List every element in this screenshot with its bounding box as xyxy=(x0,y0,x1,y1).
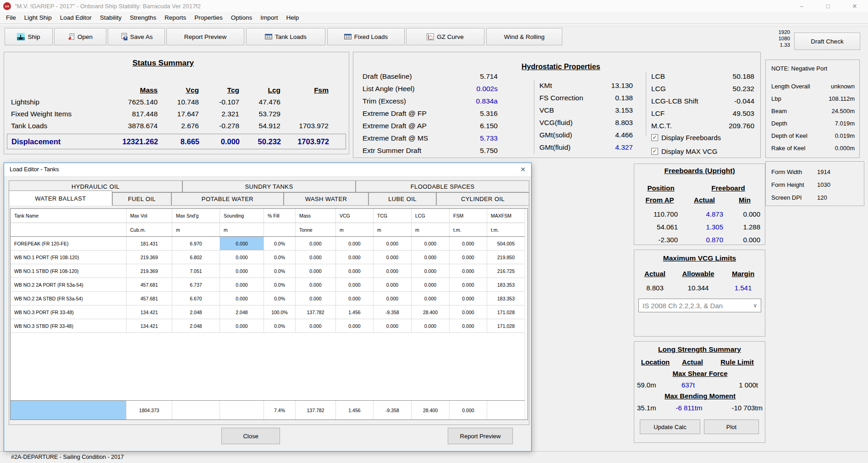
table-cell[interactable]: 0.000 xyxy=(296,251,336,264)
update-calc-button[interactable]: Update Calc xyxy=(640,419,700,434)
table-cell[interactable]: 0.000 xyxy=(412,251,450,264)
table-cell[interactable]: 1.456 xyxy=(336,305,374,319)
table-cell[interactable]: 0.000 xyxy=(296,278,336,291)
table-cell[interactable]: 0.0% xyxy=(264,237,296,250)
table-cell[interactable]: 0.000 xyxy=(336,292,374,305)
checkbox-icon[interactable] xyxy=(651,134,658,141)
table-cell[interactable]: -9.358 xyxy=(374,401,412,419)
table-cell[interactable]: 0.000 xyxy=(220,237,264,250)
scrollbar-strip[interactable] xyxy=(525,209,527,419)
checkbox-icon[interactable] xyxy=(651,148,658,155)
ship-button[interactable]: Ship xyxy=(5,28,53,45)
table-cell[interactable]: FOREPEAK (FR 120-FE) xyxy=(11,237,126,250)
table-cell[interactable] xyxy=(487,401,525,419)
close-icon[interactable]: ✕ xyxy=(841,0,868,12)
table-cell[interactable]: 0.000 xyxy=(336,278,374,291)
checkbox-row[interactable]: Display Freeboards xyxy=(651,131,754,144)
wind-rolling-button[interactable]: Wind & Rolling xyxy=(486,28,562,45)
table-cell[interactable]: 457.681 xyxy=(126,278,172,291)
table-cell[interactable]: 0.0% xyxy=(264,264,296,278)
table-cell[interactable]: 0.000 xyxy=(412,264,450,278)
maximize-icon[interactable]: □ xyxy=(815,0,841,12)
table-cell[interactable]: 2.048 xyxy=(172,305,220,319)
table-cell[interactable]: 6.802 xyxy=(172,251,220,264)
table-cell[interactable]: 0.000 xyxy=(296,319,336,332)
tank-loads-button[interactable]: Tank Loads xyxy=(246,28,325,45)
tank-category-tab[interactable]: CYLINDER OIL xyxy=(436,192,529,206)
table-cell[interactable]: 2.048 xyxy=(220,305,264,319)
table-cell[interactable]: 219.369 xyxy=(126,264,172,278)
table-cell[interactable]: 183.353 xyxy=(487,292,525,305)
table-cell[interactable]: 0.000 xyxy=(450,292,487,305)
table-cell[interactable]: 0.0% xyxy=(264,278,296,291)
table-cell[interactable]: 183.353 xyxy=(487,278,525,291)
table-cell[interactable]: 28.400 xyxy=(412,401,450,419)
draft-check-button[interactable]: Draft Check xyxy=(794,33,860,50)
table-cell[interactable]: 0.000 xyxy=(450,278,487,291)
table-cell[interactable]: WB NO.2 2A STBD (FR 53a-54) xyxy=(11,292,126,305)
table-cell[interactable]: 0.000 xyxy=(412,278,450,291)
table-cell[interactable]: 0.000 xyxy=(374,251,412,264)
menu-item[interactable]: File xyxy=(2,14,20,21)
table-cell[interactable]: WB NO.3 STBD (FR 33-48) xyxy=(11,319,126,332)
table-cell[interactable]: 0.000 xyxy=(220,278,264,291)
table-cell[interactable]: 137.782 xyxy=(296,305,336,319)
table-cell[interactable]: 0.000 xyxy=(336,251,374,264)
table-cell[interactable]: 0.000 xyxy=(374,319,412,332)
table-cell[interactable]: 0.000 xyxy=(374,292,412,305)
open-button[interactable]: Open xyxy=(54,28,106,45)
table-cell[interactable]: 28.400 xyxy=(412,305,450,319)
table-cell[interactable]: WB NO.2 2A PORT (FR 53a-54) xyxy=(11,278,126,291)
table-cell[interactable]: 0.000 xyxy=(450,264,487,278)
report-preview-button[interactable]: Report Preview xyxy=(166,28,244,45)
menu-item[interactable]: Light Ship xyxy=(20,14,56,21)
menu-item[interactable]: Stability xyxy=(96,14,126,21)
table-cell[interactable]: 0.000 xyxy=(374,237,412,250)
menu-item[interactable]: Properties xyxy=(190,14,227,21)
table-cell[interactable]: 171.028 xyxy=(487,305,525,319)
table-cell[interactable]: 1804.373 xyxy=(126,401,172,419)
table-cell[interactable]: 6.737 xyxy=(172,278,220,291)
table-cell[interactable]: 0.000 xyxy=(336,237,374,250)
table-cell[interactable]: 0.000 xyxy=(336,264,374,278)
table-cell[interactable]: 0.000 xyxy=(220,319,264,332)
menu-item[interactable]: Options xyxy=(227,14,257,21)
tank-category-tab[interactable]: SUNDRY TANKS xyxy=(182,180,356,192)
table-cell[interactable]: 0.0% xyxy=(264,292,296,305)
menu-item[interactable]: Strengths xyxy=(126,14,160,21)
table-cell[interactable]: 0.000 xyxy=(296,292,336,305)
table-cell[interactable]: 181.431 xyxy=(126,237,172,250)
minimize-icon[interactable]: – xyxy=(788,0,815,12)
table-cell[interactable]: 0.000 xyxy=(220,251,264,264)
table-cell[interactable]: 219.850 xyxy=(487,251,525,264)
table-cell[interactable]: 6.670 xyxy=(172,292,220,305)
gz-curve-button[interactable]: GZ Curve xyxy=(406,28,484,45)
tank-category-tab[interactable]: LUBE OIL xyxy=(368,192,436,206)
table-cell[interactable]: 7.4% xyxy=(264,401,296,419)
table-cell[interactable]: 0.000 xyxy=(336,319,374,332)
table-cell[interactable]: 134.421 xyxy=(126,319,172,332)
table-cell[interactable]: 0.000 xyxy=(220,264,264,278)
table-cell[interactable]: -9.358 xyxy=(374,305,412,319)
table-cell[interactable] xyxy=(172,401,220,419)
tank-category-tab[interactable]: FUEL OIL xyxy=(112,192,171,206)
table-cell[interactable]: 0.0% xyxy=(264,319,296,332)
table-cell[interactable]: 216.725 xyxy=(487,264,525,278)
report-preview-button[interactable]: Report Preview xyxy=(448,428,513,444)
table-cell[interactable]: WB NO.3 PORT (FR 33-48) xyxy=(11,305,126,319)
table-cell[interactable]: 0.000 xyxy=(374,278,412,291)
table-cell[interactable]: 0.000 xyxy=(220,292,264,305)
menu-item[interactable]: Load Editor xyxy=(56,14,96,21)
table-cell[interactable]: 134.421 xyxy=(126,305,172,319)
menu-item[interactable]: Import xyxy=(256,14,282,21)
table-cell[interactable]: 0.000 xyxy=(296,237,336,250)
plot-button[interactable]: Plot xyxy=(704,419,759,434)
table-cell[interactable]: 2.048 xyxy=(172,319,220,332)
table-cell[interactable]: 7.051 xyxy=(172,264,220,278)
table-cell[interactable]: 6.970 xyxy=(172,237,220,250)
table-cell[interactable]: 0.000 xyxy=(374,264,412,278)
checkbox-row[interactable]: Display MAX VCG xyxy=(651,144,754,158)
table-cell[interactable]: 0.000 xyxy=(412,292,450,305)
table-cell[interactable]: 0.000 xyxy=(450,305,487,319)
table-cell[interactable]: 0.000 xyxy=(450,319,487,332)
